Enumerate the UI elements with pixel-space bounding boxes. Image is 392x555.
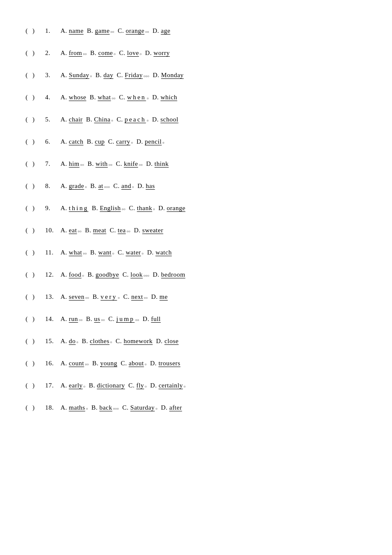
dot-marker: o: [156, 406, 158, 412]
option-word: Friday: [125, 70, 143, 80]
option-word: game: [95, 26, 110, 36]
dot-marker: oo: [144, 295, 148, 301]
dot-marker: oo: [85, 362, 89, 367]
item-number: 12.: [45, 269, 59, 280]
option-word: at: [98, 181, 104, 191]
option-label: D.: [146, 159, 153, 169]
option-word: thing: [69, 203, 89, 213]
option-item: A.countoo: [61, 358, 89, 368]
option-item: B.backooo: [91, 402, 119, 413]
item-number: 11.: [45, 247, 59, 257]
option-label: A.: [61, 314, 67, 324]
options-row: A.whatooB.wantoC.wateroD.watch: [61, 247, 366, 257]
option-label: B.: [86, 314, 92, 324]
bracket-right: ): [32, 314, 43, 324]
bracket-right: ): [32, 336, 43, 346]
option-label: B.: [90, 48, 97, 58]
option-label: C.: [108, 314, 115, 324]
dot-marker: oo: [79, 318, 83, 323]
option-label: D.: [152, 92, 159, 102]
bracket-left: (: [26, 136, 32, 147]
option-label: B.: [86, 114, 92, 124]
dot-marker: o: [131, 140, 133, 146]
option-item: A.eatoo: [61, 225, 82, 235]
options-row: A.himooB.withooC.knifeooD.think: [61, 159, 366, 169]
option-label: B.: [85, 225, 92, 235]
option-item: D.age: [153, 26, 170, 36]
option-item: B.comeo: [90, 48, 116, 58]
option-word: catch: [69, 136, 84, 147]
option-item: D.worry: [145, 48, 170, 58]
option-word: after: [169, 402, 182, 413]
options-row: A.runooB.usooC.jumpooD.full: [61, 314, 366, 324]
option-word: what: [98, 92, 111, 102]
options-row: A.sevenooB.veryoC.nextooD.me: [61, 292, 366, 302]
option-label: A.: [61, 26, 67, 36]
option-word: seven: [69, 292, 85, 302]
option-label: D.: [156, 336, 163, 346]
option-label: D.: [153, 70, 159, 80]
dot-marker: oo: [112, 96, 115, 101]
item-number: 4.: [45, 92, 59, 102]
option-label: B.: [91, 402, 98, 413]
option-item: D.me: [151, 292, 168, 302]
quiz-item: ()9.A.thingB.EnglishooC.thankoD.orange: [26, 203, 366, 213]
option-word: maths: [69, 402, 85, 413]
option-label: B.: [90, 181, 97, 191]
dot-marker: o: [147, 118, 149, 124]
option-word: with: [95, 159, 108, 169]
dot-marker: o: [84, 384, 86, 390]
item-number: 8.: [45, 181, 59, 191]
option-item: C.lookooo: [123, 269, 150, 280]
options-row: A.gradeoB.atoooC.andoD.has: [61, 181, 366, 191]
option-label: C.: [118, 26, 124, 36]
option-item: C.thanko: [129, 203, 155, 213]
dot-marker: o: [111, 118, 113, 124]
bracket-left: (: [26, 380, 32, 390]
options-row: A.thingB.EnglishooC.thankoD.orange: [61, 203, 366, 213]
option-label: B.: [92, 203, 98, 213]
dot-marker: oo: [127, 229, 130, 234]
dot-marker: o: [163, 140, 165, 146]
dot-marker: oo: [109, 162, 112, 168]
dot-marker: oo: [83, 251, 87, 257]
option-label: B.: [88, 269, 94, 280]
option-label: D.: [159, 203, 165, 213]
option-item: C.Fridayooo: [117, 70, 149, 80]
options-row: A.fromooB.comeoC.loveoD.worry: [61, 48, 366, 58]
options-row: A.mathsoB.backoooC.SaturdayoD.after: [61, 402, 366, 413]
option-label: C.: [115, 336, 122, 346]
bracket-left: (: [26, 48, 32, 58]
bracket-left: (: [26, 92, 32, 102]
option-label: B.: [90, 247, 97, 257]
bracket-right: ): [32, 402, 43, 413]
option-item: D.watch: [147, 247, 172, 257]
option-label: A.: [61, 380, 67, 390]
bracket-right: ): [32, 225, 43, 235]
option-item: D.close: [156, 336, 179, 346]
option-word: chair: [69, 114, 83, 124]
option-label: C.: [117, 114, 123, 124]
options-row: A.eatooB.meatC.teaooD.sweater: [61, 225, 366, 235]
option-word: look: [130, 269, 143, 280]
quiz-item: ()12.A.foodoB.goodbyeC.lookoooD.bedroom: [26, 269, 366, 280]
option-label: C.: [118, 247, 124, 257]
bracket-left: (: [26, 336, 32, 346]
option-label: A.: [61, 114, 67, 124]
option-label: C.: [119, 48, 126, 58]
option-item: B.usoo: [86, 314, 105, 324]
quiz-item: ()4.A.whoseB.whatooC.whenoD.which: [26, 92, 366, 102]
option-item: C.peacho: [117, 114, 149, 124]
option-word: age: [161, 26, 170, 36]
option-word: thank: [137, 203, 152, 213]
option-label: D.: [153, 269, 159, 280]
bracket-left: (: [26, 203, 32, 213]
option-item: C.orangeoo: [118, 26, 149, 36]
option-item: D.bedroom: [153, 269, 185, 280]
option-word: do: [69, 336, 76, 346]
bracket-right: ): [32, 358, 43, 368]
option-item: D.orange: [159, 203, 185, 213]
option-item: D.certainlyo: [150, 380, 186, 390]
option-item: A.whose: [61, 92, 86, 102]
option-item: A.catch: [61, 136, 84, 147]
